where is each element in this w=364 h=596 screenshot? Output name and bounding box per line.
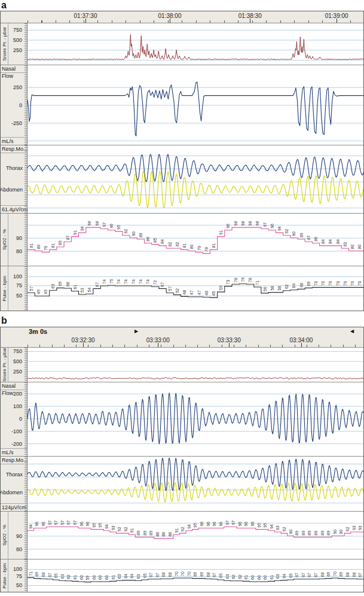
value-annotation: 80: [36, 244, 41, 249]
value-annotation: 67: [160, 282, 164, 287]
value-annotation: 89: [136, 531, 140, 536]
major-tick: [83, 343, 84, 347]
value-annotation: 49: [36, 290, 41, 294]
value-annotation: 96: [35, 522, 39, 527]
spo2-trace-b: 9496969797979797969695959493929291898989…: [27, 512, 363, 559]
value-annotation: 69: [35, 572, 39, 577]
value-annotation: 68: [206, 572, 210, 577]
value-annotation: 97: [60, 520, 65, 525]
unit-label-mls: mL/s: [1, 448, 27, 456]
value-annotation: 90: [288, 530, 292, 534]
value-annotation: 94: [29, 524, 33, 529]
scale-label: 250: [13, 84, 22, 90]
trace-label-abdomen: Abdomen: [0, 489, 23, 495]
channel-nasal-flow-b: Nasal Flow mL/s 2001000-100-200: [1, 382, 363, 457]
value-annotation: 96: [250, 522, 255, 527]
value-annotation: 82: [343, 242, 347, 247]
unit-label-mls: mL/s: [1, 137, 27, 145]
value-annotation: 74: [139, 279, 143, 284]
value-annotation: 90: [131, 232, 136, 236]
scale-label: -200: [11, 441, 22, 447]
value-annotation: 49: [44, 290, 48, 294]
channel-label-resp: Resp.Mo...: [1, 145, 27, 153]
scale-label: 200: [13, 391, 22, 397]
time-header-b: 3m 0s ▶◀ 03:32:3003:33:0003:33:3003:34:0…: [1, 327, 363, 348]
value-annotation: 85: [153, 238, 157, 243]
value-annotation: 69: [339, 572, 343, 577]
value-annotation: 67: [149, 573, 153, 577]
snore-trace-a: [27, 23, 363, 65]
scale-label: -100: [11, 428, 22, 434]
major-tick: [250, 19, 250, 23]
value-annotation: 87: [66, 235, 70, 240]
value-annotation: 92: [285, 229, 289, 233]
value-annotation: 74: [124, 279, 128, 284]
scale-label: 750: [13, 27, 22, 33]
vertical-ruler-icon: [25, 348, 27, 382]
value-annotation: 71: [29, 571, 33, 576]
value-annotation: 70: [321, 281, 325, 286]
value-annotation: 60: [92, 575, 96, 580]
value-annotation: 96: [226, 224, 230, 229]
scale-label: 75: [16, 282, 22, 288]
value-annotation: 87: [307, 235, 311, 240]
value-annotation: 60: [105, 575, 109, 580]
value-annotation: 60: [263, 575, 267, 580]
value-annotation: 59: [85, 576, 90, 580]
scale-label: 500: [13, 37, 22, 43]
pulse-trace-a: 5749496369686153546774757474747474726757…: [27, 266, 363, 311]
unit-label-uvcm: 61.4µV/cm: [1, 205, 27, 213]
value-annotation: 91: [219, 230, 223, 235]
value-annotation: 90: [333, 530, 337, 534]
value-annotation: 60: [250, 575, 255, 580]
value-annotation: 89: [307, 531, 311, 536]
marker-left-icon[interactable]: ◀: [350, 329, 354, 335]
nasal-flow-trace-a: [27, 65, 363, 145]
value-annotation: 80: [357, 244, 362, 249]
value-annotation: 70: [314, 281, 318, 286]
unit-label-uvcm: 124µV/cm: [1, 503, 27, 511]
value-annotation: 97: [54, 520, 58, 525]
value-annotation: 70: [187, 571, 191, 576]
value-annotation: 97: [66, 520, 71, 525]
channel-label-nasal-flow: Nasal Flow: [1, 382, 27, 390]
value-annotation: 48: [182, 290, 186, 295]
value-annotation: 70: [357, 281, 362, 286]
value-annotation: 81: [29, 243, 33, 248]
value-annotation: 93: [111, 525, 115, 530]
value-annotation: 67: [295, 573, 299, 577]
value-annotation: 62: [285, 284, 289, 289]
value-annotation: 96: [212, 522, 216, 527]
value-annotation: 89: [326, 531, 331, 536]
value-annotation: 90: [339, 530, 343, 534]
value-annotation: 61: [73, 285, 77, 290]
value-annotation: 69: [307, 281, 311, 286]
value-annotation: 70: [328, 281, 332, 286]
value-annotation: 67: [358, 573, 362, 577]
major-tick: [337, 19, 337, 23]
value-annotation: 96: [200, 522, 204, 527]
panel-a-label: a: [0, 0, 364, 11]
value-annotation: 68: [161, 572, 166, 577]
scale-label: 500: [13, 358, 22, 364]
scale-label: 100: [13, 403, 22, 409]
marker-right-icon[interactable]: ▶: [134, 329, 138, 335]
value-annotation: 60: [98, 575, 102, 580]
value-annotation: 79: [197, 246, 201, 251]
value-annotation: 80: [350, 244, 354, 249]
value-annotation: 96: [219, 522, 223, 527]
value-annotation: 84: [336, 239, 340, 244]
value-annotation: 67: [48, 573, 52, 577]
major-tick: [170, 19, 170, 23]
value-annotation: 70: [175, 571, 179, 576]
value-annotation: 78: [204, 247, 209, 252]
vertical-ruler-icon: [25, 266, 27, 311]
scale-label: 0: [19, 416, 22, 422]
trace-label-thorax: Thorax: [6, 165, 23, 171]
value-annotation: 63: [225, 574, 230, 579]
value-annotation: 89: [139, 233, 143, 238]
value-annotation: 58: [270, 286, 274, 291]
scale-label: 750: [13, 348, 22, 354]
value-annotation: 57: [29, 286, 33, 291]
trace-label-thorax: Thorax: [6, 472, 23, 478]
